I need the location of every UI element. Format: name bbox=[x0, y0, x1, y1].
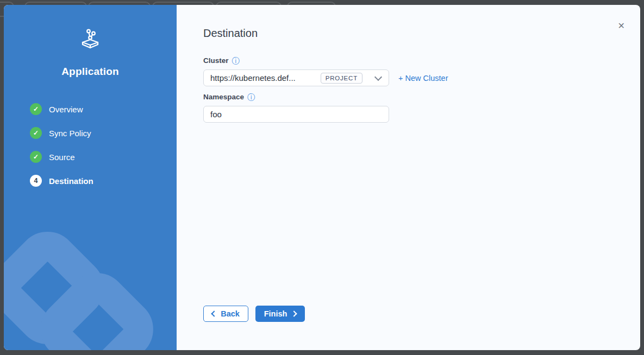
step-label: Destination bbox=[49, 176, 93, 186]
application-wizard-dialog: Application ✓ Overview ✓ Sync Policy ✓ S… bbox=[4, 5, 640, 350]
project-badge: PROJECT bbox=[321, 73, 362, 84]
destination-step-panel: ✕ Destination Cluster ⓘ https://kubernet… bbox=[177, 5, 640, 350]
application-box-branch-icon bbox=[4, 26, 177, 54]
check-icon: ✓ bbox=[30, 151, 42, 163]
step-destination[interactable]: 4 Destination bbox=[30, 175, 177, 187]
step-source[interactable]: ✓ Source bbox=[30, 151, 177, 163]
destination-form: Cluster ⓘ https://kubernetes.def... PROJ… bbox=[203, 56, 614, 123]
back-button-label: Back bbox=[221, 309, 240, 318]
check-icon: ✓ bbox=[30, 103, 42, 115]
cluster-select[interactable]: https://kubernetes.def... PROJECT bbox=[203, 69, 389, 86]
chevron-down-icon bbox=[374, 73, 382, 81]
wizard-title: Application bbox=[4, 66, 177, 78]
new-cluster-link[interactable]: + New Cluster bbox=[398, 74, 448, 83]
page-title: Destination bbox=[203, 27, 614, 40]
cluster-select-value: https://kubernetes.def... bbox=[210, 73, 321, 83]
close-icon[interactable]: ✕ bbox=[618, 22, 625, 30]
step-overview[interactable]: ✓ Overview bbox=[30, 103, 177, 115]
finish-button[interactable]: Finish bbox=[255, 306, 305, 322]
step-number-badge: 4 bbox=[30, 175, 42, 187]
chevron-left-icon bbox=[211, 310, 217, 316]
info-icon[interactable]: ⓘ bbox=[232, 57, 240, 65]
step-label: Source bbox=[49, 153, 75, 162]
check-icon: ✓ bbox=[30, 127, 42, 139]
back-button[interactable]: Back bbox=[203, 306, 248, 322]
step-sync-policy[interactable]: ✓ Sync Policy bbox=[30, 127, 177, 139]
wizard-sidebar: Application ✓ Overview ✓ Sync Policy ✓ S… bbox=[4, 5, 177, 350]
info-icon[interactable]: ⓘ bbox=[247, 93, 255, 101]
wizard-steps: ✓ Overview ✓ Sync Policy ✓ Source 4 Dest… bbox=[4, 103, 177, 187]
step-label: Sync Policy bbox=[49, 129, 91, 138]
step-label: Overview bbox=[49, 105, 83, 114]
chevron-right-icon bbox=[291, 310, 297, 316]
namespace-label: Namespace bbox=[203, 93, 244, 101]
cluster-label: Cluster bbox=[203, 56, 229, 65]
finish-button-label: Finish bbox=[264, 309, 287, 318]
namespace-input[interactable] bbox=[203, 106, 389, 123]
